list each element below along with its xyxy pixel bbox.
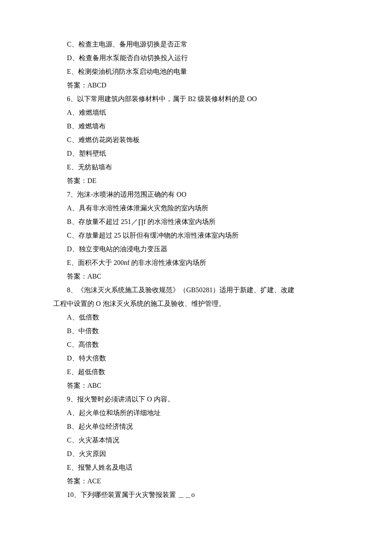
text-line: 工程中设置的 O 泡沫灭火系统的施工及验收、维护管理。 bbox=[0, 297, 392, 311]
text-line: C、检查主电源、备用电源切换是否正常 bbox=[0, 38, 392, 51]
text-line: 7、泡沫-水喷淋的适用范围正确的有 OO bbox=[0, 188, 392, 201]
text-line: B、难燃墙布 bbox=[0, 119, 392, 133]
text-line: E、检测柴油机消防水泵启动电池的电量 bbox=[0, 65, 392, 78]
text-line: 9、报火警时必须讲清以下 O 内容。 bbox=[0, 392, 392, 406]
text-line: 答案：DE bbox=[0, 174, 392, 188]
text-line: 10、下列哪些装置属于火灾警报装置 ＿＿o bbox=[0, 488, 392, 502]
text-line: 8、《泡沫灭火系统施工及验收规范》（GB50281）适用于新建、扩建、改建 bbox=[0, 283, 392, 297]
text-line: 答案：ABCD bbox=[0, 78, 392, 92]
text-line: 答案：ABC bbox=[0, 270, 392, 283]
text-line: C、火灾基本情况 bbox=[0, 433, 392, 447]
text-line: D、特大倍数 bbox=[0, 352, 392, 365]
text-line: E、无纺贴墙布 bbox=[0, 160, 392, 174]
text-line: B、存放量不超过 251／∏f 的水溶性液体室内场所 bbox=[0, 215, 392, 229]
text-line: A、难燃墙纸 bbox=[0, 106, 392, 119]
text-line: C、难燃仿花岗岩装饰板 bbox=[0, 133, 392, 147]
text-line: 答案：ACE bbox=[0, 474, 392, 488]
text-line: 6、以下常用建筑内部装修材料中，属于 B2 级装修材料的是 OO bbox=[0, 92, 392, 106]
text-line: C、高倍数 bbox=[0, 338, 392, 352]
text-line: A、起火单位和场所的详细地址 bbox=[0, 406, 392, 420]
text-line: E、超低倍数 bbox=[0, 365, 392, 379]
text-line: D、塑料壁纸 bbox=[0, 147, 392, 160]
document-page: C、检查主电源、备用电源切换是否正常D、检查备用水泵能否自动切换投入运行E、检测… bbox=[0, 38, 392, 502]
text-line: D、火灾原因 bbox=[0, 447, 392, 461]
text-line: A、具有非水溶性液体泄漏火灾危险的室内场所 bbox=[0, 201, 392, 215]
text-line: D、检查备用水泵能否自动切换投入运行 bbox=[0, 51, 392, 65]
text-line: C、存放量超过 25 以肝但有缓冲物的水溶性液体室内场所 bbox=[0, 229, 392, 242]
text-line: E、面积不大于 200nf 的非水溶性液体室内场所 bbox=[0, 256, 392, 270]
text-line: D、独立变电站的油浸电力变压器 bbox=[0, 242, 392, 256]
text-line: E、报警人姓名及电话 bbox=[0, 461, 392, 474]
text-line: B、中倍数 bbox=[0, 324, 392, 338]
text-line: B、起火单位经济情况 bbox=[0, 420, 392, 433]
text-line: 答案：ABC bbox=[0, 379, 392, 392]
text-line: A、低倍数 bbox=[0, 311, 392, 324]
